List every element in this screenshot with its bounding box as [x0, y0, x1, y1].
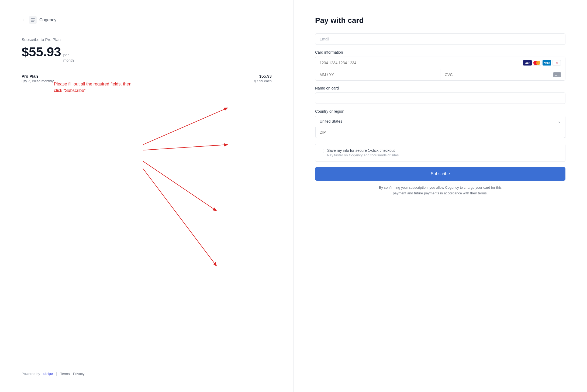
svg-rect-10 — [555, 75, 557, 76]
terms-link[interactable]: Terms — [60, 372, 70, 376]
price-row: $55.93 per month — [22, 44, 272, 63]
back-arrow[interactable]: ← — [22, 17, 26, 23]
amex-icon: AMEX — [543, 60, 551, 66]
cvc-card-icon — [553, 72, 561, 77]
card-bottom-row — [315, 69, 565, 80]
brand-name: Cogency — [39, 18, 56, 22]
price-amount: $55.93 — [22, 44, 61, 59]
save-info-subtitle: Pay faster on Cogency and thousands of s… — [327, 153, 561, 157]
visa-icon: VISA — [523, 60, 532, 66]
email-group — [315, 33, 565, 45]
plan-price-col: $55.93 $7.99 each — [254, 74, 272, 83]
footer-left: Powered by stripe | Terms Privacy — [22, 372, 272, 376]
header-nav: ← Cogency — [22, 16, 272, 24]
card-info-container: VISA AMEX ⊙ — [315, 57, 565, 81]
card-number-row: VISA AMEX ⊙ — [315, 57, 565, 69]
confirmation-text: By confirming your subscription, you all… — [378, 185, 502, 196]
name-input[interactable] — [315, 92, 565, 104]
divider: | — [56, 372, 57, 376]
country-select-row: United States Canada United Kingdom ⌄ — [315, 116, 565, 127]
save-info-text: Save my info for secure 1-click checkout… — [327, 148, 561, 157]
powered-by-label: Powered by — [22, 372, 40, 376]
svg-rect-5 — [31, 18, 35, 19]
svg-line-1 — [143, 145, 227, 150]
card-info-label: Card information — [315, 50, 565, 54]
svg-line-3 — [143, 169, 216, 266]
country-select-container: United States Canada United Kingdom ⌄ — [315, 116, 565, 138]
cvc-input[interactable] — [445, 73, 553, 77]
svg-line-0 — [143, 108, 227, 145]
email-input[interactable] — [315, 33, 565, 45]
name-label: Name on card — [315, 86, 565, 90]
svg-rect-8 — [554, 73, 560, 77]
country-label: Country or region — [315, 109, 565, 114]
svg-rect-6 — [31, 20, 35, 20]
save-info-title: Save my info for secure 1-click checkout — [327, 148, 561, 153]
page-title: Pay with card — [315, 16, 565, 25]
plan-qty: Qty 7, Billed monthly — [22, 79, 54, 83]
plan-each: $7.99 each — [254, 79, 272, 83]
stripe-logo: stripe — [43, 372, 53, 376]
cvc-row — [440, 69, 565, 80]
plan-name: Pro Plan — [22, 74, 54, 78]
card-info-group: Card information VISA AMEX ⊙ — [315, 50, 565, 81]
country-select[interactable]: United States Canada United Kingdom — [320, 119, 558, 123]
expiry-input[interactable] — [315, 69, 440, 80]
plan-info: Pro Plan Qty 7, Billed monthly — [22, 74, 54, 83]
name-group: Name on card — [315, 86, 565, 104]
country-group: Country or region United States Canada U… — [315, 109, 565, 138]
brand-icon — [29, 16, 37, 24]
chevron-down-icon: ⌄ — [558, 119, 561, 123]
annotation-text: Please fill out all the required fields,… — [54, 81, 140, 94]
left-panel: ← Cogency Subscribe to Pro Plan $55.93 p… — [0, 0, 294, 392]
right-panel: Pay with card Card information VISA AMEX — [294, 0, 587, 392]
card-number-input[interactable] — [320, 61, 523, 65]
zip-input[interactable] — [315, 127, 565, 138]
annotation-box: Please fill out all the required fields,… — [54, 81, 140, 94]
svg-rect-9 — [554, 74, 560, 74]
privacy-link[interactable]: Privacy — [73, 372, 85, 376]
diners-icon: ⊙ — [552, 60, 561, 66]
save-info-box: Save my info for secure 1-click checkout… — [315, 144, 565, 162]
svg-rect-7 — [31, 21, 34, 22]
subscribe-button[interactable]: Subscribe — [315, 167, 565, 181]
card-icons: VISA AMEX ⊙ — [523, 60, 561, 66]
mastercard-icon — [533, 60, 541, 66]
save-info-checkbox[interactable] — [320, 149, 324, 153]
price-period: per month — [63, 53, 74, 63]
subscribe-label: Subscribe to Pro Plan — [22, 37, 272, 42]
svg-line-2 — [143, 161, 216, 211]
plan-total: $55.93 — [254, 74, 272, 78]
